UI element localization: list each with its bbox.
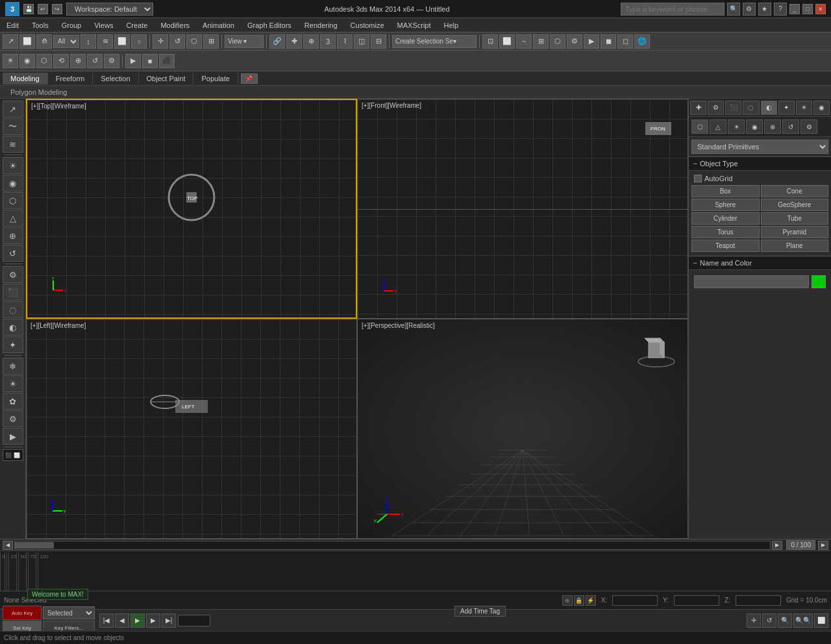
cat-spacewarp[interactable]: ↺	[782, 119, 799, 134]
autogrid-checkbox[interactable]	[694, 175, 702, 182]
geometry-btn[interactable]: ⬡	[36, 54, 52, 68]
select-region-tool[interactable]: ⬜	[19, 34, 35, 49]
env-effects-btn[interactable]: 🌐	[634, 34, 650, 49]
go-end-btn[interactable]: ▶|	[162, 613, 176, 628]
tool-display[interactable]: ◐	[3, 319, 23, 336]
btn-cylinder[interactable]: Cylinder	[691, 212, 760, 225]
btn-geosphere[interactable]: GeoSphere	[761, 199, 829, 211]
color-swatch[interactable]	[812, 275, 826, 288]
helper-btn[interactable]: ⊕	[70, 54, 86, 68]
viewport-left[interactable]: [+][Left][Wireframe] LEFT	[26, 319, 357, 539]
y-input[interactable]	[674, 595, 719, 606]
btn-cone[interactable]: Cone	[761, 185, 829, 197]
bookmark-icon[interactable]: ★	[758, 3, 771, 16]
btn-sphere[interactable]: Sphere	[691, 199, 760, 211]
workspace-dropdown[interactable]: Workspace: Default	[66, 3, 153, 16]
graph-btn[interactable]: ⌇	[337, 34, 353, 49]
go-start-btn[interactable]: |◀	[99, 613, 114, 628]
object-name-input[interactable]	[694, 275, 809, 288]
vp-pan-btn[interactable]: ✛	[747, 613, 761, 628]
tool-modify[interactable]: ⚙	[3, 266, 23, 283]
menu-help[interactable]: Help	[438, 19, 465, 31]
select-filter-tool[interactable]: ⟰	[36, 34, 52, 49]
cat-cameras[interactable]: ◉	[746, 119, 763, 134]
spacewarp-btn[interactable]: ↺	[87, 54, 103, 68]
panel-tab-utilities[interactable]: ✦	[778, 101, 795, 115]
tab-selection[interactable]: Selection	[93, 73, 138, 84]
select-similar-btn[interactable]: ≋	[97, 34, 113, 49]
menu-views[interactable]: Views	[88, 19, 119, 31]
select-center-btn[interactable]: ⊞	[203, 34, 219, 49]
view-dropdown[interactable]: View ▾	[225, 35, 264, 48]
camera-btn[interactable]: ◉	[19, 54, 35, 68]
lock-icon[interactable]: 🔒	[574, 595, 584, 606]
menu-rendering[interactable]: Rendering	[298, 19, 344, 31]
unlink-btn[interactable]: ✚	[286, 34, 302, 49]
menu-modifiers[interactable]: Modifiers	[154, 19, 196, 31]
light-btn[interactable]: ☀	[3, 54, 18, 68]
smart-select-btn[interactable]: ↕	[81, 34, 96, 49]
rotate-btn[interactable]: ↺	[169, 34, 185, 49]
tool-freeform[interactable]: 〜	[3, 118, 23, 135]
cat-shapes[interactable]: △	[710, 119, 726, 134]
timeline-right-btn[interactable]: ▶	[772, 541, 782, 550]
isolate-btn[interactable]: ⬜	[499, 34, 515, 49]
anim-mode-btn[interactable]: ⬛	[159, 54, 175, 68]
vp-maximize-btn[interactable]: ⬜	[814, 613, 828, 628]
frame-counter[interactable]: 0 / 100	[786, 540, 815, 550]
render-active-btn[interactable]: ◻	[617, 34, 633, 49]
tool-utilities[interactable]: ✦	[3, 336, 23, 353]
close-btn[interactable]: ✕	[815, 4, 826, 14]
x-input[interactable]	[612, 595, 658, 606]
object-type-header[interactable]: − Object Type	[689, 156, 831, 171]
circle-select-btn[interactable]: ○	[131, 34, 147, 49]
tool-helpers[interactable]: ⊕	[3, 227, 23, 244]
cat-helpers[interactable]: ⊕	[764, 119, 781, 134]
panel-tab-motion[interactable]: ◌	[743, 101, 759, 115]
cat-lights[interactable]: ☀	[728, 119, 745, 134]
system-btn[interactable]: ⚙	[104, 54, 119, 68]
vp-zoom-all-btn[interactable]: 🔍🔍	[793, 613, 813, 628]
render-frame-btn[interactable]: ▶	[584, 34, 599, 49]
mirror-btn[interactable]: ◫	[354, 34, 369, 49]
tab-object-paint[interactable]: Object Paint	[139, 73, 194, 84]
play-btn[interactable]: ▶	[130, 613, 145, 628]
shape-btn[interactable]: ⟲	[53, 54, 69, 68]
minimize-btn[interactable]: _	[789, 4, 800, 14]
menu-tools[interactable]: Tools	[25, 19, 55, 31]
tool-spacewarp[interactable]: ↺	[3, 245, 23, 262]
tool-geometry[interactable]: ⬡	[3, 192, 23, 209]
filter-dropdown[interactable]: All	[53, 35, 79, 48]
panel-tab-display[interactable]: ◐	[761, 101, 777, 115]
timeline-expand-btn[interactable]: ▶	[818, 541, 828, 550]
timeline-left-btn[interactable]: ◀	[3, 541, 13, 550]
add-time-tag-btn[interactable]: Add Time Tag	[454, 606, 506, 617]
menu-edit[interactable]: Edit	[0, 19, 25, 31]
quick-access-btn[interactable]: 💾	[23, 4, 34, 14]
bind-btn[interactable]: ⊕	[303, 34, 319, 49]
tab-modeling[interactable]: Modeling	[3, 73, 48, 84]
cat-systems[interactable]: ⚙	[800, 119, 817, 134]
btn-box[interactable]: Box	[691, 185, 760, 197]
cat-geometry[interactable]: ⬡	[691, 119, 708, 134]
btn-teapot[interactable]: Teapot	[691, 240, 760, 252]
align-btn[interactable]: ⊟	[371, 34, 386, 49]
auto-key-btn[interactable]: Auto Key	[3, 606, 42, 620]
render-prod-btn[interactable]: ◼	[601, 34, 616, 49]
tab-populate[interactable]: Populate	[193, 73, 238, 84]
vp-orbit-btn[interactable]: ↺	[762, 613, 776, 628]
menu-animation[interactable]: Animation	[196, 19, 241, 31]
key-mode-select[interactable]: Selected All None	[43, 606, 95, 619]
viewport-front[interactable]: [+][Front][Wireframe] FRON	[357, 99, 688, 319]
panel-tab-light[interactable]: ☀	[796, 101, 812, 115]
btn-pyramid[interactable]: Pyramid	[761, 226, 829, 238]
menu-graph-editors[interactable]: Graph Editors	[241, 19, 298, 31]
search-icon[interactable]: 🔍	[727, 3, 740, 16]
menu-maxscript[interactable]: MAXScript	[391, 19, 438, 31]
undo-btn[interactable]: ↩	[38, 4, 48, 14]
tool-arrow[interactable]: ▶	[3, 428, 23, 445]
panel-tab-modify[interactable]: ⚙	[708, 101, 724, 115]
timeline-thumb[interactable]	[15, 542, 54, 549]
create-selection-btn[interactable]: Create Selection Se▾	[392, 35, 477, 48]
z-input[interactable]	[736, 595, 781, 606]
